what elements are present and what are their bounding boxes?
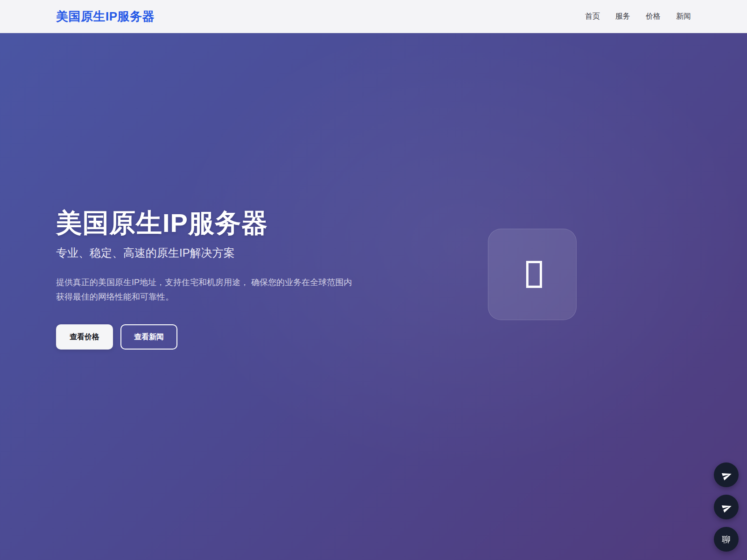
paper-plane-icon [720,469,733,482]
hero-buttons: 查看价格 查看新闻 [56,324,374,350]
floating-button-stack: 聊 [714,462,739,552]
telegram-button-1[interactable] [714,462,739,487]
site-logo[interactable]: 美国原生IP服务器 [56,8,155,25]
paper-plane-icon [720,501,733,514]
chat-button-label: 聊 [722,534,731,545]
main-nav: 首页 服务 价格 新闻 [585,13,691,20]
hero-description: 提供真正的美国原生IP地址，支持住宅和机房用途， 确保您的业务在全球范围内获得最… [56,275,356,304]
view-pricing-button[interactable]: 查看价格 [56,324,113,350]
hero-card [488,229,577,320]
hero-visual-area [374,207,691,350]
telegram-button-2[interactable] [714,495,739,519]
page-title: 美国原生IP服务器 [56,207,374,238]
header-container: 美国原生IP服务器 首页 服务 价格 新闻 [56,8,691,25]
nav-item-pricing[interactable]: 价格 [646,13,661,20]
hero-content: 美国原生IP服务器 专业、稳定、高速的原生IP解决方案 提供真正的美国原生IP地… [56,207,374,350]
missing-glyph-icon [526,261,542,288]
hero-section: 美国原生IP服务器 专业、稳定、高速的原生IP解决方案 提供真正的美国原生IP地… [0,33,747,560]
site-header: 美国原生IP服务器 首页 服务 价格 新闻 [0,0,747,33]
nav-item-services[interactable]: 服务 [615,13,630,20]
chat-button[interactable]: 聊 [714,527,739,552]
nav-item-news[interactable]: 新闻 [676,13,691,20]
hero-container: 美国原生IP服务器 专业、稳定、高速的原生IP解决方案 提供真正的美国原生IP地… [56,33,691,350]
view-news-button[interactable]: 查看新闻 [120,324,177,350]
hero-subtitle: 专业、稳定、高速的原生IP解决方案 [56,246,374,260]
nav-item-home[interactable]: 首页 [585,13,600,20]
